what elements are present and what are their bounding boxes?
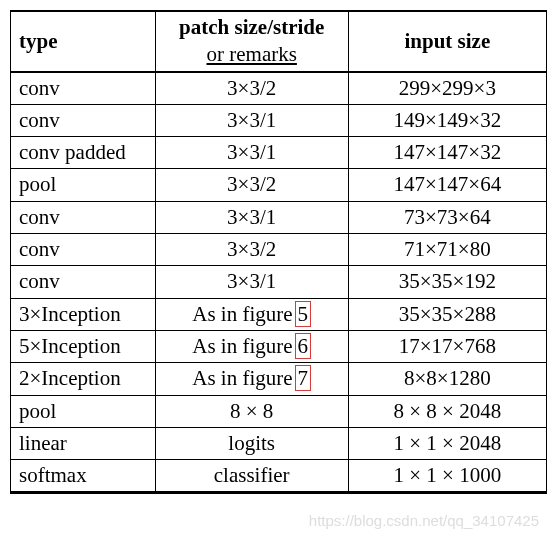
cell-input-size: 73×73×64 bbox=[348, 201, 546, 233]
architecture-table: type patch size/stride or remarks input … bbox=[10, 10, 547, 492]
remark-text: As in figure bbox=[192, 302, 292, 326]
table-row: linearlogits1 × 1 × 2048 bbox=[11, 427, 547, 459]
cell-type: 3×Inception bbox=[11, 298, 156, 330]
remark-text: As in figure bbox=[192, 334, 292, 358]
cell-input-size: 8 × 8 × 2048 bbox=[348, 395, 546, 427]
table-row: softmaxclassifier1 × 1 × 1000 bbox=[11, 460, 547, 492]
cell-input-size: 71×71×80 bbox=[348, 234, 546, 266]
cell-input-size: 1 × 1 × 1000 bbox=[348, 460, 546, 492]
cell-remark: As in figure5 bbox=[155, 298, 348, 330]
table-body: conv3×3/2299×299×3conv3×3/1149×149×32con… bbox=[11, 72, 547, 492]
cell-type: conv bbox=[11, 234, 156, 266]
table-header-row: type patch size/stride or remarks input … bbox=[11, 11, 547, 72]
header-patch-sub: or remarks bbox=[164, 41, 340, 68]
cell-type: conv padded bbox=[11, 137, 156, 169]
cell-remark: As in figure7 bbox=[155, 363, 348, 395]
table-row: 5×InceptionAs in figure617×17×768 bbox=[11, 330, 547, 362]
table-row: 3×InceptionAs in figure535×35×288 bbox=[11, 298, 547, 330]
table-header: type patch size/stride or remarks input … bbox=[11, 11, 547, 72]
cell-type: pool bbox=[11, 169, 156, 201]
cell-remark: 3×3/2 bbox=[155, 234, 348, 266]
cell-type: softmax bbox=[11, 460, 156, 492]
cell-type: conv bbox=[11, 104, 156, 136]
cell-type: 5×Inception bbox=[11, 330, 156, 362]
cell-input-size: 8×8×1280 bbox=[348, 363, 546, 395]
figure-reference-link[interactable]: 5 bbox=[295, 301, 312, 327]
table-row: conv padded3×3/1147×147×32 bbox=[11, 137, 547, 169]
cell-type: linear bbox=[11, 427, 156, 459]
cell-remark: 3×3/2 bbox=[155, 72, 348, 105]
cell-input-size: 149×149×32 bbox=[348, 104, 546, 136]
cell-remark: 3×3/2 bbox=[155, 169, 348, 201]
table-row: pool3×3/2147×147×64 bbox=[11, 169, 547, 201]
cell-remark: classifier bbox=[155, 460, 348, 492]
cell-remark: logits bbox=[155, 427, 348, 459]
cell-input-size: 147×147×64 bbox=[348, 169, 546, 201]
cell-type: 2×Inception bbox=[11, 363, 156, 395]
cell-remark: 8 × 8 bbox=[155, 395, 348, 427]
cell-remark: 3×3/1 bbox=[155, 266, 348, 298]
figure-reference-link[interactable]: 7 bbox=[295, 365, 312, 391]
cell-remark: 3×3/1 bbox=[155, 137, 348, 169]
table-row: conv3×3/271×71×80 bbox=[11, 234, 547, 266]
table-row: 2×InceptionAs in figure78×8×1280 bbox=[11, 363, 547, 395]
header-patch: patch size/stride or remarks bbox=[155, 11, 348, 72]
cell-type: conv bbox=[11, 201, 156, 233]
architecture-table-wrap: type patch size/stride or remarks input … bbox=[10, 10, 547, 494]
table-row: conv3×3/173×73×64 bbox=[11, 201, 547, 233]
cell-remark: 3×3/1 bbox=[155, 104, 348, 136]
remark-text: As in figure bbox=[192, 366, 292, 390]
table-row: conv3×3/1149×149×32 bbox=[11, 104, 547, 136]
cell-input-size: 147×147×32 bbox=[348, 137, 546, 169]
cell-input-size: 299×299×3 bbox=[348, 72, 546, 105]
watermark-text: https://blog.csdn.net/qq_34107425 bbox=[10, 494, 547, 529]
cell-input-size: 1 × 1 × 2048 bbox=[348, 427, 546, 459]
figure-reference-link[interactable]: 6 bbox=[295, 333, 312, 359]
cell-input-size: 17×17×768 bbox=[348, 330, 546, 362]
cell-remark: 3×3/1 bbox=[155, 201, 348, 233]
cell-remark: As in figure6 bbox=[155, 330, 348, 362]
header-input: input size bbox=[348, 11, 546, 72]
cell-type: conv bbox=[11, 266, 156, 298]
table-row: conv3×3/2299×299×3 bbox=[11, 72, 547, 105]
cell-type: conv bbox=[11, 72, 156, 105]
cell-input-size: 35×35×192 bbox=[348, 266, 546, 298]
header-patch-main: patch size/stride bbox=[179, 15, 324, 39]
table-row: pool8 × 88 × 8 × 2048 bbox=[11, 395, 547, 427]
table-row: conv3×3/135×35×192 bbox=[11, 266, 547, 298]
cell-type: pool bbox=[11, 395, 156, 427]
cell-input-size: 35×35×288 bbox=[348, 298, 546, 330]
header-type: type bbox=[11, 11, 156, 72]
